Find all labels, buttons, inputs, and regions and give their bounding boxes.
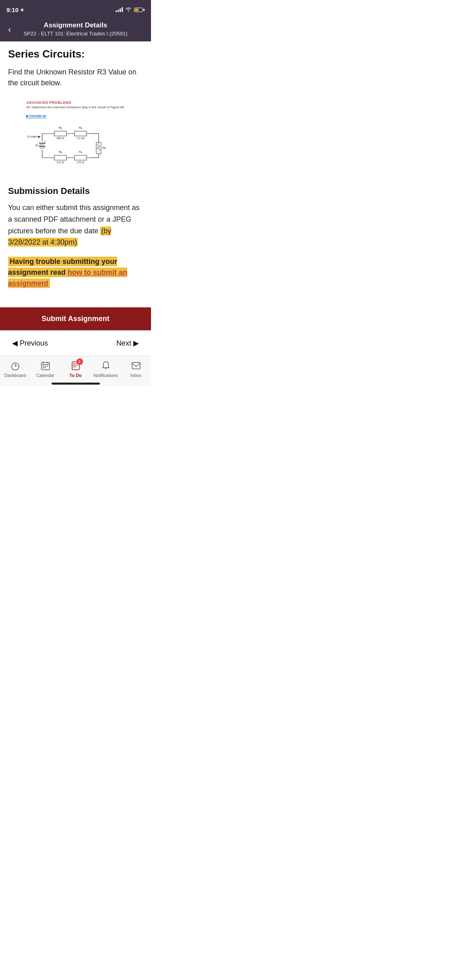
tab-todo[interactable]: 1 To Do	[64, 360, 88, 378]
todo-icon: 1	[70, 360, 81, 371]
circuit-label: ADVANCED PROBLEMS	[26, 101, 125, 105]
battery-icon	[134, 8, 145, 12]
svg-rect-42	[43, 366, 44, 366]
svg-text:R₃: R₃	[59, 150, 62, 154]
svg-text:+: +	[44, 140, 46, 143]
svg-point-52	[73, 365, 74, 366]
notifications-icon	[100, 360, 112, 371]
tab-notifications[interactable]: Notifications	[94, 360, 118, 378]
submission-heading: Submission Details	[8, 186, 143, 196]
svg-rect-45	[43, 367, 44, 368]
section-heading: Series Circuits:	[8, 48, 143, 60]
todo-label: To Do	[69, 373, 81, 378]
svg-text:R₂: R₂	[79, 126, 83, 130]
svg-text:680 Ω: 680 Ω	[57, 137, 64, 140]
trouble-text: Having trouble submitting your assignmen…	[8, 256, 143, 289]
submission-text-body: You can either submit this assignment as…	[8, 204, 140, 235]
tab-calendar[interactable]: Calendar	[33, 360, 58, 378]
svg-rect-44	[47, 366, 48, 366]
previous-button[interactable]: ◀ Previous	[12, 339, 48, 348]
tab-bar: Dashboard Calendar	[0, 356, 151, 379]
tab-inbox[interactable]: Inbox	[124, 360, 148, 378]
status-bar: 9:10	[0, 0, 151, 18]
svg-marker-33	[38, 136, 41, 138]
location-icon	[20, 8, 24, 12]
svg-point-51	[73, 363, 74, 364]
svg-rect-7	[74, 131, 87, 136]
svg-rect-54	[132, 362, 140, 369]
svg-text:270 Ω: 270 Ω	[77, 161, 85, 164]
svg-text:R₁: R₁	[59, 126, 62, 130]
svg-rect-46	[45, 367, 46, 368]
todo-badge: 1	[77, 358, 83, 365]
submit-assignment-button[interactable]: Submit Assignment	[0, 307, 151, 330]
how-to-submit-link[interactable]: how to submit an assignment	[8, 268, 127, 287]
circuit-diagram: ADVANCED PROBLEMS 39. Determine the unkn…	[8, 97, 143, 174]
home-indicator	[0, 379, 151, 386]
header-title: Assignment Details	[20, 21, 131, 30]
circuit-sublabel: 39. Determine the unknown resistance (R₃…	[26, 105, 125, 109]
circuit-svg: R₁ 680 Ω R₂ 1.0 kΩ R₃	[26, 121, 107, 170]
svg-text:R₃: R₃	[103, 146, 106, 150]
main-content: Series Circuits: Find the Unknown Resist…	[0, 41, 151, 307]
dashboard-icon	[10, 360, 21, 371]
calendar-label: Calendar	[36, 373, 54, 378]
circuit-schematic: R₁ 680 Ω R₂ 1.0 kΩ R₃	[26, 121, 107, 170]
svg-text:R₄: R₄	[79, 150, 83, 154]
inbox-icon	[130, 360, 142, 371]
header-subtitle: SP22 - ELTT 101: Electrical Trades I (20…	[20, 31, 131, 37]
svg-rect-20	[74, 155, 87, 160]
svg-rect-17	[54, 155, 66, 160]
status-time: 9:10	[6, 6, 24, 13]
status-icons	[116, 7, 145, 13]
inbox-label: Inbox	[130, 373, 141, 378]
dashboard-svg	[10, 361, 21, 371]
tab-dashboard[interactable]: Dashboard	[3, 360, 27, 378]
svg-text:270 Ω: 270 Ω	[57, 161, 64, 164]
wifi-icon	[125, 7, 132, 13]
wifi-svg	[125, 7, 132, 12]
calendar-icon	[40, 360, 51, 371]
inbox-svg	[131, 361, 141, 371]
back-button[interactable]: ‹	[6, 23, 12, 37]
dashboard-label: Dashboard	[4, 373, 26, 378]
submission-text: You can either submit this assignment as…	[8, 202, 143, 248]
notifications-label: Notifications	[94, 373, 118, 378]
signal-icon	[116, 7, 123, 12]
trouble-text-body: Having trouble submitting your assignmen…	[8, 257, 127, 288]
svg-rect-4	[54, 131, 66, 136]
page-header: ‹ Assignment Details SP22 - ELTT 101: El…	[0, 18, 151, 41]
next-button[interactable]: Next ▶	[116, 339, 139, 348]
home-bar	[52, 383, 100, 385]
svg-text:1.0 kΩ: 1.0 kΩ	[77, 137, 85, 140]
circuit-figure-label: ▶ FIGURE 80	[26, 114, 46, 118]
problem-text: Find the Unknown Resistor R3 Value on th…	[8, 67, 143, 89]
svg-point-53	[73, 366, 74, 367]
calendar-svg	[41, 361, 50, 371]
pagination-nav: ◀ Previous Next ▶	[0, 330, 151, 356]
bell-svg	[101, 361, 111, 371]
svg-rect-43	[45, 366, 46, 366]
svg-text:30 V: 30 V	[35, 144, 41, 147]
